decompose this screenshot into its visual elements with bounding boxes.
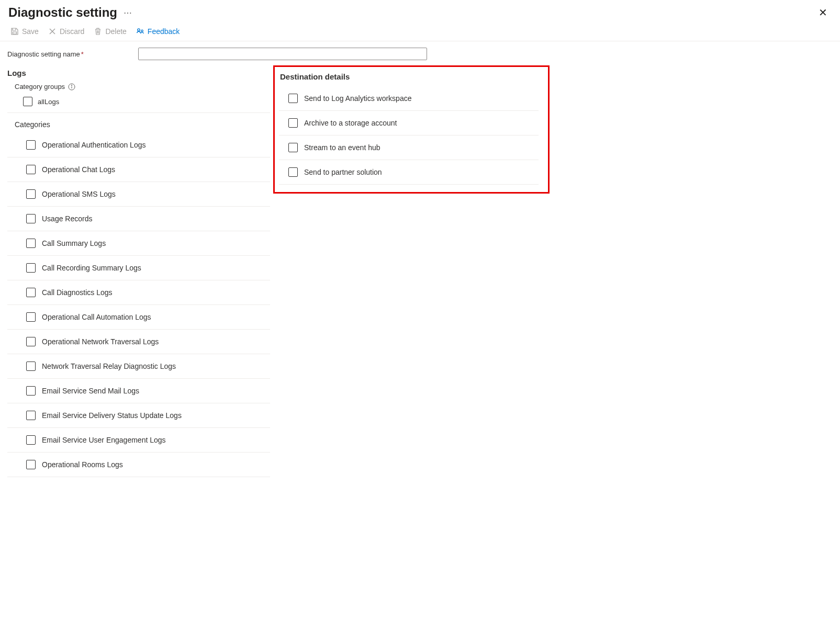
destination-title: Destination details (280, 72, 539, 81)
more-actions-button[interactable]: ⋯ (124, 8, 133, 18)
destination-row: Send to partner solution (279, 160, 539, 185)
destination-label: Stream to an event hub (304, 143, 380, 152)
destination-column: Destination details Send to Log Analytic… (270, 65, 550, 194)
category-checkbox[interactable] (26, 362, 36, 371)
close-icon (48, 27, 57, 36)
category-label: Network Traversal Relay Diagnostic Logs (42, 362, 176, 370)
category-checkbox[interactable] (26, 411, 36, 420)
category-checkbox[interactable] (26, 263, 36, 273)
svg-rect-0 (13, 32, 17, 34)
category-row: Call Recording Summary Logs (7, 256, 270, 280)
category-label: Email Service Delivery Status Update Log… (42, 411, 182, 420)
category-checkbox[interactable] (26, 239, 36, 248)
category-checkbox[interactable] (26, 312, 36, 322)
setting-name-row: Diagnostic setting name* (0, 41, 840, 65)
destination-label: Archive to a storage account (304, 119, 397, 127)
panel-header: Diagnostic setting ⋯ ✕ (0, 0, 840, 24)
destination-checkbox[interactable] (288, 94, 298, 103)
category-label: Operational Network Traversal Logs (42, 337, 159, 346)
category-label: Operational Call Automation Logs (42, 313, 151, 321)
category-checkbox[interactable] (26, 337, 36, 346)
destination-checkbox[interactable] (288, 143, 298, 152)
category-row: Usage Records (7, 207, 270, 231)
trash-icon (94, 27, 102, 36)
save-label: Save (22, 27, 39, 36)
category-row: Operational Rooms Logs (7, 453, 270, 477)
logs-title: Logs (7, 69, 270, 77)
svg-point-6 (141, 30, 143, 32)
category-row: Call Summary Logs (7, 231, 270, 256)
delete-button[interactable]: Delete (94, 27, 126, 36)
category-label: Operational Authentication Logs (42, 141, 145, 149)
categories-heading: Categories (15, 120, 270, 129)
close-button[interactable]: ✕ (814, 5, 832, 20)
discard-button[interactable]: Discard (48, 27, 84, 36)
feedback-icon (136, 27, 144, 36)
category-row: Email Service Delivery Status Update Log… (7, 403, 270, 428)
category-checkbox[interactable] (26, 288, 36, 297)
setting-name-label: Diagnostic setting name* (7, 50, 128, 58)
feedback-button[interactable]: Feedback (136, 27, 180, 36)
category-checkbox[interactable] (26, 189, 36, 199)
destination-checkbox[interactable] (288, 118, 298, 128)
destination-label: Send to partner solution (304, 168, 382, 176)
feedback-label: Feedback (148, 27, 180, 36)
categories-list: Operational Authentication LogsOperation… (7, 133, 270, 477)
destination-row: Archive to a storage account (279, 111, 539, 136)
info-icon[interactable] (68, 83, 75, 91)
category-row: Email Service User Engagement Logs (7, 428, 270, 453)
category-checkbox[interactable] (26, 435, 36, 445)
category-label: Call Recording Summary Logs (42, 264, 141, 272)
category-checkbox[interactable] (26, 165, 36, 174)
svg-point-5 (138, 29, 140, 31)
category-checkbox[interactable] (26, 460, 36, 469)
delete-label: Delete (105, 27, 126, 36)
page-title: Diagnostic setting (8, 5, 117, 20)
destination-row: Send to Log Analytics workspace (279, 86, 539, 111)
alllogs-checkbox[interactable] (23, 97, 32, 106)
category-checkbox[interactable] (26, 214, 36, 223)
category-checkbox[interactable] (26, 386, 36, 396)
destination-highlight-box: Destination details Send to Log Analytic… (273, 65, 550, 194)
save-icon (10, 27, 19, 36)
category-row: Operational Authentication Logs (7, 133, 270, 157)
category-label: Operational Chat Logs (42, 165, 115, 174)
category-label: Call Summary Logs (42, 239, 106, 247)
alllogs-label: allLogs (38, 98, 59, 106)
category-row: Email Service Send Mail Logs (7, 379, 270, 403)
destination-checkbox[interactable] (288, 167, 298, 177)
category-label: Email Service Send Mail Logs (42, 387, 139, 395)
discard-label: Discard (60, 27, 84, 36)
category-label: Call Diagnostics Logs (42, 288, 113, 297)
category-row: Operational Chat Logs (7, 157, 270, 182)
category-label: Operational SMS Logs (42, 190, 116, 198)
category-label: Operational Rooms Logs (42, 460, 123, 469)
destination-row: Stream to an event hub (279, 136, 539, 160)
category-row: Operational Call Automation Logs (7, 305, 270, 330)
toolbar: Save Discard Delete Feedback (0, 24, 840, 41)
setting-name-input[interactable] (138, 48, 427, 60)
category-row: Operational Network Traversal Logs (7, 330, 270, 354)
category-groups-label: Category groups (15, 83, 75, 91)
category-row: Network Traversal Relay Diagnostic Logs (7, 354, 270, 379)
logs-column: Logs Category groups allLogs Categories … (7, 65, 270, 477)
svg-point-9 (72, 85, 72, 85)
alllogs-row: allLogs (7, 95, 270, 112)
category-label: Email Service User Engagement Logs (42, 436, 166, 444)
category-label: Usage Records (42, 214, 93, 223)
category-checkbox[interactable] (26, 140, 36, 150)
save-button[interactable]: Save (10, 27, 39, 36)
category-row: Call Diagnostics Logs (7, 280, 270, 305)
destination-label: Send to Log Analytics workspace (304, 94, 411, 103)
category-row: Operational SMS Logs (7, 182, 270, 207)
destination-list: Send to Log Analytics workspaceArchive t… (279, 86, 539, 185)
